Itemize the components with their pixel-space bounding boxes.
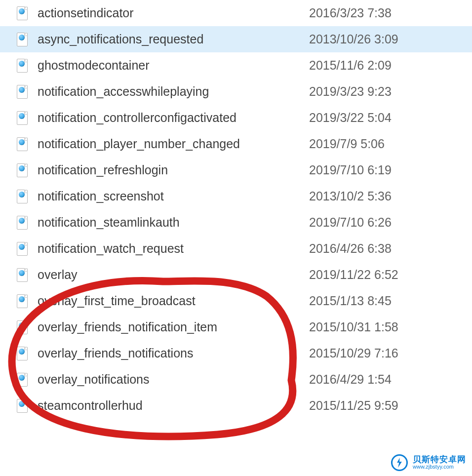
html-file-icon [17, 33, 28, 46]
file-list: actionsetindicator2016/3/23 7:38async_no… [0, 0, 472, 419]
file-row[interactable]: overlay_first_time_broadcast2015/1/13 8:… [0, 288, 472, 314]
file-row[interactable]: notification_player_number_changed2019/7… [0, 131, 472, 157]
file-name: notification_refreshlogin [38, 163, 309, 177]
file-name: notification_accesswhileplaying [38, 84, 309, 99]
html-file-icon [17, 242, 28, 256]
html-file-icon [17, 6, 28, 20]
file-name: steamcontrollerhud [38, 398, 309, 413]
html-file-icon [17, 137, 28, 151]
file-name: overlay_friends_notification_item [38, 320, 309, 334]
file-name: overlay [38, 268, 309, 282]
html-file-icon [17, 399, 28, 413]
file-name: actionsetindicator [38, 6, 309, 20]
file-row[interactable]: overlay_friends_notifications2015/10/29 … [0, 340, 472, 366]
file-name: notification_watch_request [38, 241, 309, 256]
file-row[interactable]: async_notifications_requested2013/10/26 … [0, 26, 472, 52]
file-row[interactable]: notification_accesswhileplaying2019/3/23… [0, 79, 472, 105]
file-date: 2015/1/13 8:45 [309, 294, 472, 308]
file-date: 2019/11/22 6:52 [309, 268, 472, 282]
file-name: notification_controllerconfigactivated [38, 111, 309, 125]
file-name: overlay_first_time_broadcast [38, 294, 309, 308]
file-row[interactable]: steamcontrollerhud2015/11/25 9:59 [0, 393, 472, 419]
file-date: 2019/3/22 5:04 [309, 111, 472, 125]
file-name: overlay_notifications [38, 372, 309, 387]
file-row[interactable]: overlay2019/11/22 6:52 [0, 262, 472, 288]
file-row[interactable]: overlay_friends_notification_item2015/10… [0, 314, 472, 340]
file-name: notification_player_number_changed [38, 137, 309, 151]
html-file-icon [17, 85, 28, 99]
file-date: 2015/10/31 1:58 [309, 320, 472, 334]
file-date: 2015/11/6 2:09 [309, 58, 472, 73]
html-file-icon [17, 111, 28, 125]
file-name: async_notifications_requested [38, 32, 309, 46]
file-date: 2019/7/10 6:19 [309, 163, 472, 177]
file-date: 2013/10/2 5:36 [309, 189, 472, 203]
watermark-title: 贝斯特安卓网 [413, 455, 466, 464]
file-date: 2019/7/10 6:26 [309, 215, 472, 230]
file-date: 2016/3/23 7:38 [309, 6, 472, 20]
file-row[interactable]: notification_steamlinkauth2019/7/10 6:26 [0, 209, 472, 236]
file-date: 2019/7/9 5:06 [309, 137, 472, 151]
html-file-icon [17, 268, 28, 282]
file-date: 2015/11/25 9:59 [309, 398, 472, 413]
file-row[interactable]: notification_controllerconfigactivated20… [0, 105, 472, 131]
file-date: 2016/4/29 1:54 [309, 372, 472, 387]
file-row[interactable]: actionsetindicator2016/3/23 7:38 [0, 0, 472, 26]
file-row[interactable]: ghostmodecontainer2015/11/6 2:09 [0, 52, 472, 79]
file-date: 2015/10/29 7:16 [309, 346, 472, 360]
file-date: 2016/4/26 6:38 [309, 241, 472, 256]
file-name: ghostmodecontainer [38, 58, 309, 73]
html-file-icon [17, 216, 28, 230]
file-name: notification_steamlinkauth [38, 215, 309, 230]
file-row[interactable]: notification_screenshot2013/10/2 5:36 [0, 183, 472, 209]
file-date: 2019/3/23 9:23 [309, 84, 472, 99]
html-file-icon [17, 59, 28, 73]
watermark: 贝斯特安卓网 www.zjbstyy.com [391, 454, 466, 471]
file-name: notification_screenshot [38, 189, 309, 203]
html-file-icon [17, 294, 28, 308]
watermark-logo-icon [391, 454, 408, 471]
file-row[interactable]: overlay_notifications2016/4/29 1:54 [0, 366, 472, 393]
file-row[interactable]: notification_watch_request2016/4/26 6:38 [0, 236, 472, 262]
file-date: 2013/10/26 3:09 [309, 32, 472, 46]
html-file-icon [17, 347, 28, 360]
html-file-icon [17, 373, 28, 387]
file-row[interactable]: notification_refreshlogin2019/7/10 6:19 [0, 157, 472, 183]
html-file-icon [17, 190, 28, 203]
watermark-url: www.zjbstyy.com [413, 464, 466, 470]
html-file-icon [17, 320, 28, 334]
html-file-icon [17, 163, 28, 177]
file-name: overlay_friends_notifications [38, 346, 309, 360]
